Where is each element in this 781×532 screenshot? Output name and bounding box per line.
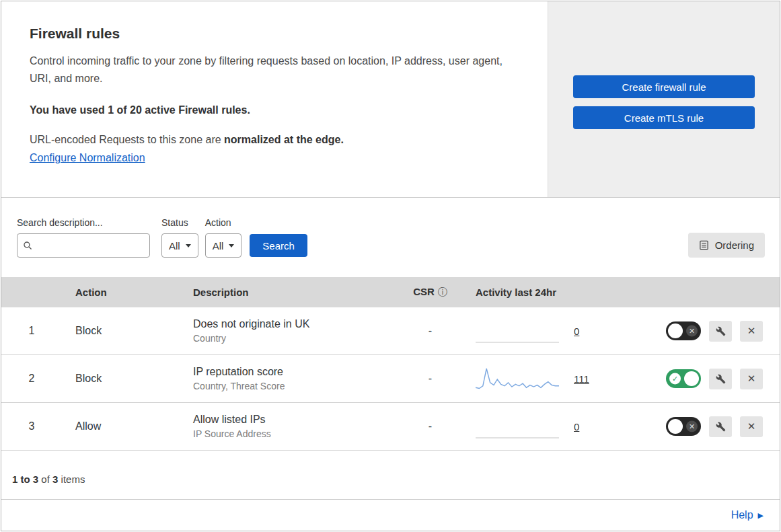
toggle-state-icon: ✓ [669,373,681,385]
action-select-value: All [213,240,224,252]
table-header-row: Action Description CSRⓘ Activity last 24… [1,277,780,307]
status-select-value: All [169,240,180,252]
normalization-bold: normalized at the edge. [224,134,344,145]
info-icon[interactable]: ⓘ [438,287,447,297]
rule-csr: - [398,373,462,385]
close-icon: ✕ [747,420,756,432]
search-button[interactable]: Search [250,234,307,257]
csr-header-label: CSR [413,286,435,297]
wrench-icon [716,374,726,384]
firewall-rules-page: Firewall rules Control incoming traffic … [1,1,780,531]
rule-priority: 1 [1,325,62,337]
rule-action: Allow [62,420,180,432]
rule-fields: Country, Threat Score [193,379,398,393]
toggle-state-icon: ✕ [686,326,698,337]
rule-fields: Country [193,332,398,345]
activity-sparkline [476,318,559,344]
rule-description: Allow listed IPs [193,412,398,427]
create-mtls-rule-button[interactable]: Create mTLS rule [573,106,755,129]
rule-action: Block [62,325,180,337]
wrench-icon [716,326,726,336]
help-link-label: Help [731,509,753,521]
normalization-text: URL-encoded Requests to this zone are no… [30,134,521,146]
rule-enabled-toggle[interactable]: ✕ [666,321,701,340]
wrench-icon [716,422,726,432]
toggle-knob [668,324,683,338]
rule-controls: ✓ ✕ [654,369,780,389]
edit-rule-button[interactable] [709,369,732,389]
rule-description-cell: Does not originate in UK Country [180,317,398,345]
actions-panel: Create firewall rule Create mTLS rule [548,1,780,197]
create-firewall-rule-button[interactable]: Create firewall rule [573,75,755,98]
rule-description-cell: Allow listed IPs IP Source Address [180,412,398,441]
normalization-prefix: URL-encoded Requests to this zone are [30,134,224,145]
delete-rule-button[interactable]: ✕ [740,321,763,342]
toggle-knob [668,419,683,434]
rule-fields: IP Source Address [193,427,398,441]
rule-activity-cell: 0 [462,414,654,439]
ordering-button-label: Ordering [715,239,754,251]
rule-priority: 2 [1,373,62,385]
chevron-down-icon [229,244,234,248]
table-row: 3 Allow Allow listed IPs IP Source Addre… [1,403,780,451]
rule-description: IP reputation score [193,365,398,379]
activity-sparkline [476,414,559,439]
csr-column-header: CSRⓘ [398,286,462,299]
pagination-summary: 1 to 3 of 3 items [1,451,780,500]
status-label: Status [161,217,198,228]
items-total: 3 [52,473,58,485]
rule-csr: - [398,420,462,432]
activity-sparkline [476,366,559,391]
edit-rule-button[interactable] [709,416,732,437]
delete-rule-button[interactable]: ✕ [740,369,763,389]
status-select[interactable]: All [161,233,198,258]
intro-block: Firewall rules Control incoming traffic … [1,1,548,197]
items-of: of [41,473,50,485]
usage-text: You have used 1 of 20 active Firewall ru… [30,104,521,116]
table-row: 2 Block IP reputation score Country, Thr… [1,355,780,403]
edit-rule-button[interactable] [709,321,732,342]
help-link[interactable]: Help ▶ [731,509,764,521]
activity-count-link[interactable]: 0 [574,421,579,432]
search-field-block: Search description... [17,217,150,258]
toggle-knob [684,371,699,386]
search-input[interactable] [37,240,144,252]
table-row: 1 Block Does not originate in UK Country… [1,307,780,355]
rule-controls: ✕ ✕ [654,416,780,437]
search-icon [23,241,33,251]
items-range: 1 to 3 [12,473,38,485]
rule-description: Does not originate in UK [193,317,398,332]
activity-count-link[interactable]: 111 [574,373,589,385]
close-icon: ✕ [747,373,756,385]
rule-controls: ✕ ✕ [654,321,780,342]
search-label: Search description... [17,217,150,228]
activity-count-link[interactable]: 0 [574,326,579,337]
action-label: Action [205,217,242,228]
page-title: Firewall rules [30,26,521,42]
action-filter-block: Action All [205,217,242,258]
close-icon: ✕ [747,325,756,337]
items-word: items [61,473,85,485]
rule-enabled-toggle[interactable]: ✓ [666,369,701,388]
configure-normalization-link[interactable]: Configure Normalization [30,152,145,163]
action-select[interactable]: All [205,233,242,258]
action-column-header: Action [62,287,180,298]
ordering-list-icon [699,240,709,250]
header-section: Firewall rules Control incoming traffic … [1,1,780,198]
rules-table: Action Description CSRⓘ Activity last 24… [1,277,780,451]
search-box[interactable] [17,233,150,258]
ordering-button[interactable]: Ordering [688,233,765,258]
activity-column-header: Activity last 24hr [462,287,654,298]
status-filter-block: Status All [161,217,198,258]
rule-priority: 3 [1,420,62,432]
rule-csr: - [398,325,462,337]
rule-enabled-toggle[interactable]: ✕ [666,417,701,436]
rule-activity-cell: 111 [462,366,654,391]
filter-bar: Search description... Status All Action … [1,198,780,277]
toggle-state-icon: ✕ [686,421,698,432]
rule-description-cell: IP reputation score Country, Threat Scor… [180,365,398,393]
description-column-header: Description [180,287,398,298]
delete-rule-button[interactable]: ✕ [740,416,763,437]
arrow-right-icon: ▶ [758,511,764,520]
page-description: Control incoming traffic to your zone by… [30,52,509,87]
